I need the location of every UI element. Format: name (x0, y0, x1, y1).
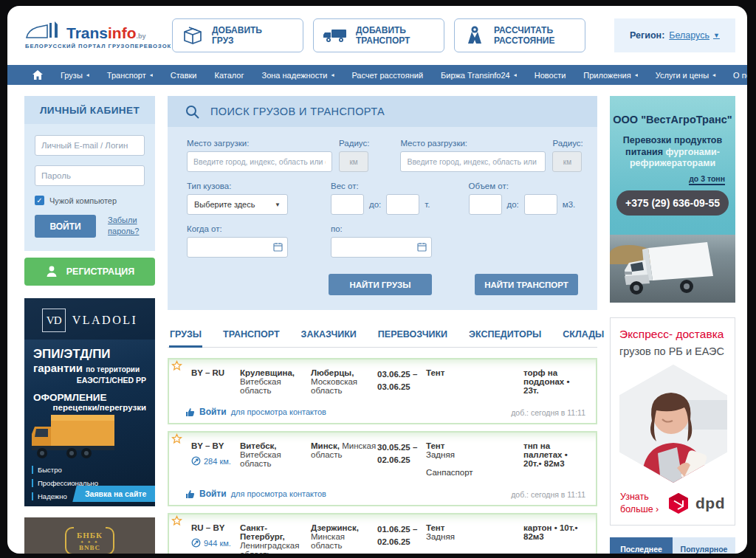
nav-item-reliability[interactable]: Зона надежности◂ (253, 71, 343, 80)
add-cargo-label: ДОБАВИТЬ ГРУЗ (212, 25, 271, 46)
tab-forwarders[interactable]: ЭКСПЕДИТОРЫ (468, 326, 542, 347)
region-selector: Регион: Беларусь ▼ (614, 18, 735, 52)
nav-item-rates[interactable]: Ставки (162, 71, 206, 80)
date-to-label: по: (331, 224, 432, 233)
volume-from-label: Объем от: (469, 182, 576, 190)
region-value-link[interactable]: Беларусь ▼ (669, 30, 720, 41)
favorite-star-icon[interactable] (171, 515, 182, 526)
add-transport-button[interactable]: ДОБАВИТЬ ТРАНСПОРТ (313, 18, 444, 52)
nav-item-distance[interactable]: Расчет расстояний (343, 71, 432, 80)
find-transport-button[interactable]: НАЙТИ ТРАНСПОРТ (475, 274, 578, 295)
body-type-select[interactable]: Выберите здесь ▼ (187, 194, 288, 215)
volume-to-label: до: (507, 200, 519, 209)
bnbc-laurel-emblem: БНБК ✦ ✦ ✦ BNBC (65, 527, 114, 554)
vestagro-text: Перевозки продуктов питания фургонами-ре… (617, 135, 728, 170)
user-icon (45, 265, 58, 278)
cargo-row[interactable]: BY – RU Крулевщина, Витебская область Лю… (168, 358, 597, 424)
route-cell: BY – BY 284 км. (191, 441, 240, 477)
dpd-title: Экспресс- доставка (619, 328, 726, 341)
nav-item-apps[interactable]: Приложения◂ (574, 71, 646, 80)
cargo-description: картон • 10т.• 82м3 (520, 523, 585, 554)
vladoli-brand: VLADOLI (72, 314, 138, 327)
search-panel: ПОИСК ГРУЗОВ И ТРАНСПОРТА Место загрузки… (168, 96, 597, 310)
thumb-up-icon (185, 489, 195, 499)
load-place-label: Место загрузки: (187, 139, 332, 148)
to-location: Минск, Минская область (311, 441, 377, 477)
dropdown-arrow-icon: ◂ (635, 72, 638, 78)
cargo-row[interactable]: RU – BY 944 км. (168, 513, 597, 554)
tab-latest[interactable]: Последнее (610, 537, 673, 554)
thumb-up-icon (185, 407, 195, 417)
unload-place-input[interactable] (400, 151, 546, 172)
favorite-star-icon[interactable] (171, 433, 182, 444)
tab-carriers[interactable]: ПЕРЕВОЗЧИКИ (377, 326, 448, 347)
dpd-ad[interactable]: Экспресс- доставка грузов по РБ и ЕАЭС (610, 317, 735, 526)
vladoli-cta-button[interactable]: Заявка на сайте (72, 486, 155, 502)
radius-input[interactable]: км (339, 151, 368, 172)
calendar-icon[interactable] (273, 242, 283, 252)
find-cargo-button[interactable]: НАЙТИ ГРУЗЫ (329, 274, 432, 295)
email-field[interactable] (35, 135, 145, 156)
nav-item-services[interactable]: Услуги и цены◂ (647, 71, 724, 80)
logo-tagline: БЕЛОРУССКИЙ ПОРТАЛ ГРУЗОПЕРЕВОЗОК (25, 43, 162, 49)
tab-warehouses[interactable]: СКЛАДЫ (562, 326, 605, 347)
route-cell: RU – BY 944 км. (191, 523, 240, 554)
register-button[interactable]: РЕГИСТРАЦИЯ (24, 258, 155, 286)
load-place-input[interactable] (187, 151, 332, 172)
main-nav: Грузы◂ Транспорт◂ Ставки Каталог Зона на… (7, 65, 747, 85)
bnbc-ad[interactable]: БНБК ✦ ✦ ✦ BNBC (24, 517, 155, 554)
nav-item-exchange[interactable]: Биржа Transinfo24◂ (432, 71, 526, 80)
nav-item-cargo[interactable]: Грузы◂ (52, 71, 98, 80)
calc-distance-label: РАССЧИТАТЬ РАССТОЯНИЕ (494, 25, 559, 46)
vestagrotrans-ad[interactable]: ООО "ВестАгроТранс" Перевозки продуктов … (610, 96, 735, 303)
cargo-row[interactable]: BY – BY 284 км. (168, 431, 597, 506)
dpd-cta-link[interactable]: Узнать больше › (620, 491, 663, 516)
weight-to-input[interactable] (386, 194, 419, 215)
nav-item-catalog[interactable]: Каталог (206, 71, 253, 80)
forgot-password-link[interactable]: Забыли пароль? (108, 215, 145, 237)
vestagro-phone[interactable]: +375 (29) 636-09-55 (616, 190, 729, 216)
site-logo[interactable]: Transinfo.by БЕЛОРУССКИЙ ПОРТАЛ ГРУЗОПЕР… (25, 21, 162, 49)
login-to-view-link[interactable]: Войти для просмотра контактов (185, 489, 326, 499)
unload-place-label: Место разгрузки: (400, 139, 546, 148)
distance-icon (191, 538, 201, 548)
login-to-view-link[interactable]: Войти для просмотра контактов (185, 407, 326, 417)
dates: 03.06.25 –03.06.25 (377, 368, 426, 395)
volume-from-input[interactable] (469, 194, 502, 215)
calendar-icon[interactable] (417, 242, 427, 252)
calc-distance-button[interactable]: РАССЧИТАТЬ РАССТОЯНИЕ (454, 18, 585, 52)
login-button[interactable]: ВОЙТИ (35, 215, 96, 238)
tab-cargo[interactable]: ГРУЗЫ (169, 326, 202, 348)
password-field[interactable] (35, 165, 145, 186)
vladoli-ad[interactable]: VD VLADOLI ЭПИ/ЭТД/ПИ гарантии по террит… (24, 298, 155, 506)
logo-wordmark: Transinfo.by (66, 25, 146, 41)
result-tabs: ГРУЗЫ ТРАНСПОРТ ЗАКАЗЧИКИ ПЕРЕВОЗЧИКИ ЭК… (168, 326, 597, 348)
body-type: Тент (426, 368, 520, 395)
volume-to-input[interactable] (524, 194, 557, 215)
tab-transport[interactable]: ТРАНСПОРТ (222, 326, 280, 347)
foreign-computer-checkbox[interactable]: ✓ (35, 196, 44, 205)
dpd-logo: dpd (667, 492, 725, 515)
login-panel-title: ЛИЧНЫЙ КАБИНЕТ (24, 96, 155, 124)
nav-item-news[interactable]: Новости (526, 71, 575, 80)
cargo-description: тнп на паллетах • 20т.• 82м3 (520, 441, 585, 477)
body-type: Тент Задняя Санпаспорт (426, 441, 520, 477)
favorite-star-icon[interactable] (171, 360, 182, 371)
radius-label: Радиус: (339, 139, 369, 148)
added-timestamp: доб.: сегодня в 11:11 (511, 408, 585, 417)
weight-from-input[interactable] (331, 194, 364, 215)
distance-icon (191, 456, 201, 466)
tab-customers[interactable]: ЗАКАЗЧИКИ (300, 326, 357, 347)
chevron-down-icon: ▼ (713, 32, 720, 39)
home-icon[interactable] (24, 70, 52, 80)
tab-popular[interactable]: Популярное (673, 537, 735, 554)
nav-item-about[interactable]: О портале◂ (724, 71, 747, 80)
truck-logo-icon (25, 21, 63, 41)
vladoli-logo-icon: VD (42, 309, 66, 332)
cube-icon (182, 24, 204, 46)
add-transport-label: ДОБАВИТЬ ТРАНСПОРТ (356, 25, 422, 46)
add-cargo-button[interactable]: ДОБАВИТЬ ГРУЗ (172, 18, 303, 52)
route: BY – BY (191, 441, 224, 450)
radius2-input[interactable]: км (552, 151, 582, 172)
nav-item-transport[interactable]: Транспорт◂ (98, 71, 162, 80)
